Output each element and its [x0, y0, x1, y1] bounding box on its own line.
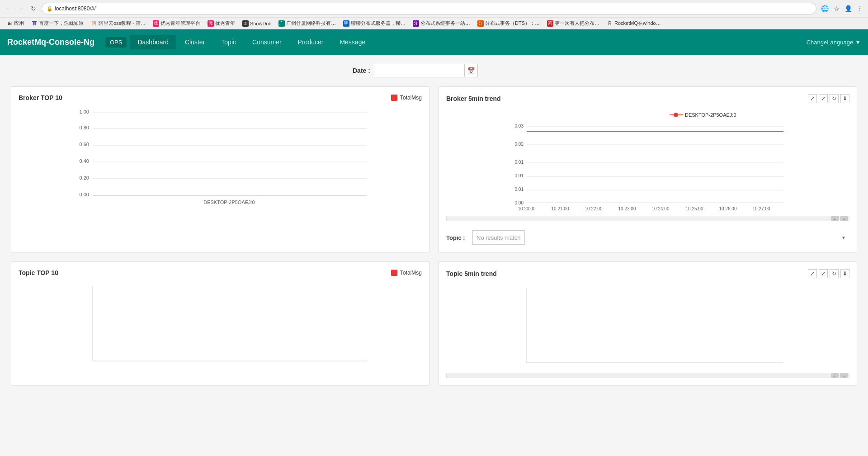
broker-top10-title: Broker TOP 10	[19, 94, 391, 101]
svg-text:10:21:00: 10:21:00	[552, 206, 569, 211]
svg-text:0.80: 0.80	[80, 125, 89, 130]
svg-text:0.60: 0.60	[80, 142, 89, 147]
nav-topic[interactable]: Topic	[214, 35, 243, 49]
scroll-left-btn[interactable]: ←	[831, 216, 839, 221]
bookmark-gz-label: 广州仕厦网络科技有…	[286, 20, 336, 27]
bookmark-showdoc-label: ShowDoc	[250, 21, 271, 26]
refresh-btn[interactable]: ↻	[830, 94, 839, 103]
expand-btn[interactable]: ⤢	[808, 94, 817, 103]
bookmark-rocketmq-label: RocketMQ在windo…	[614, 20, 661, 27]
topic-top10-chart	[19, 282, 422, 369]
bookmark-dts-label: 分布式事务（DTS）：…	[485, 20, 540, 27]
distributed-icon: 聊	[343, 20, 349, 27]
date-calendar-button[interactable]: 📅	[464, 64, 478, 77]
topic-top10-legend-color	[391, 270, 397, 276]
main-content: Date : 📅 Broker TOP 10 TotalMsg 1.00 0.8…	[0, 55, 868, 456]
url-bar[interactable]: 🔒 localhost:8080/#/	[42, 3, 816, 14]
translate-button[interactable]: 🌐	[820, 4, 829, 13]
charts-grid: Broker TOP 10 TotalMsg 1.00 0.80 0.60 0.…	[11, 86, 857, 386]
forward-button[interactable]: →	[16, 4, 25, 13]
svg-text:DESKTOP-2P5OAEJ:0: DESKTOP-2P5OAEJ:0	[685, 112, 736, 118]
date-input[interactable]	[374, 64, 464, 77]
svg-text:0.00: 0.00	[80, 192, 89, 197]
shrink-btn[interactable]: ⤢	[819, 94, 828, 103]
back-button[interactable]: ←	[4, 4, 13, 13]
scroll-right-btn[interactable]: →	[840, 216, 848, 221]
ops-label[interactable]: OPS	[105, 37, 127, 48]
rocketmq-icon: R	[607, 20, 613, 27]
nav-cluster[interactable]: Cluster	[178, 35, 212, 49]
bookmark-youth-label: 优秀青年管理平台	[160, 20, 200, 27]
apps-icon: ⊞	[6, 20, 13, 27]
broker-5min-trend-title: Broker 5min trend	[446, 95, 808, 102]
date-label: Date :	[353, 67, 370, 74]
browser-chrome: ← → ↻ 🔒 localhost:8080/#/ 🌐 ☆ 👤 ⋮ ⊞ 应用 百…	[0, 0, 868, 29]
bookmark-aliyun[interactable]: 阿 阿里云oss教程 - 筛…	[88, 19, 148, 28]
first-icon: 第	[547, 20, 553, 27]
broker-top10-legend-color	[391, 95, 397, 101]
broker-top10-legend: TotalMsg	[391, 95, 422, 101]
svg-text:1.00: 1.00	[80, 109, 89, 114]
menu-button[interactable]: ⋮	[855, 4, 864, 13]
nav-producer[interactable]: Producer	[291, 35, 331, 49]
svg-text:10:22:00: 10:22:00	[585, 206, 603, 211]
nav-dashboard[interactable]: Dashboard	[130, 35, 176, 49]
broker-5min-trend-panel: Broker 5min trend ⤢ ⤢ ↻ ⬇ DESKTOP-2P5OAE…	[439, 86, 857, 252]
svg-text:0.00: 0.00	[515, 200, 524, 205]
topic-top10-legend: TotalMsg	[391, 270, 422, 276]
app-brand: RocketMq-Console-Ng	[7, 38, 94, 47]
topic-select[interactable]: No results match	[472, 230, 525, 245]
topic-download-btn[interactable]: ⬇	[840, 269, 849, 278]
date-row: Date : 📅	[353, 64, 857, 77]
svg-text:10:23:00: 10:23:00	[618, 206, 636, 211]
nav-links: Dashboard Cluster Topic Consumer Produce…	[130, 35, 806, 49]
topic-expand-btn[interactable]: ⤢	[808, 269, 817, 278]
topic-refresh-btn[interactable]: ↻	[830, 269, 839, 278]
svg-text:0.01: 0.01	[515, 187, 524, 192]
topic-5min-trend-panel: Topic 5min trend ⤢ ⤢ ↻ ⬇ ← →	[439, 261, 857, 386]
topic-5min-trend-title: Topic 5min trend	[446, 270, 808, 277]
svg-text:0.01: 0.01	[515, 173, 524, 178]
bookmark-rocketmq[interactable]: R RocketMQ在windo…	[604, 19, 664, 28]
bookmark-showdoc[interactable]: S ShowDoc	[240, 19, 274, 28]
browser-actions: 🌐 ☆ 👤 ⋮	[820, 4, 864, 13]
svg-text:10:26:00: 10:26:00	[719, 206, 737, 211]
topic-top10-panel: Topic TOP 10 TotalMsg	[11, 261, 429, 386]
topic-scroll-right-btn[interactable]: →	[840, 373, 848, 378]
bookmark-apps[interactable]: ⊞ 应用	[4, 19, 27, 28]
reload-button[interactable]: ↻	[29, 4, 38, 13]
svg-text:10:20:00: 10:20:00	[518, 206, 536, 211]
dropdown-arrow-icon: ▼	[855, 39, 861, 46]
topic-5min-controls: ⤢ ⤢ ↻ ⬇	[808, 269, 849, 278]
bookmark-first[interactable]: 第 第一次有人把分布…	[544, 19, 602, 28]
bookmark-youth[interactable]: 优 优秀青年管理平台	[150, 19, 203, 28]
broker-scrollbar: ← →	[446, 216, 849, 221]
topic-top10-svg	[19, 282, 422, 368]
svg-text:0.40: 0.40	[80, 158, 89, 164]
aliyun-icon: 阿	[91, 20, 97, 27]
profile-button[interactable]: 👤	[844, 4, 853, 13]
dist-sys-icon: 分	[413, 20, 419, 27]
download-btn[interactable]: ⬇	[840, 94, 849, 103]
change-language[interactable]: ChangeLanguage ▼	[807, 39, 861, 46]
topic-scroll-left-btn[interactable]: ←	[831, 373, 839, 378]
bookmark-distributed[interactable]: 聊 聊聊分布式服务器，聊…	[340, 19, 408, 28]
browser-toolbar: ← → ↻ 🔒 localhost:8080/#/ 🌐 ☆ 👤 ⋮	[0, 0, 868, 17]
bookmark-dts[interactable]: 分 分布式事务（DTS）：…	[475, 19, 542, 28]
bookmark-button[interactable]: ☆	[832, 4, 841, 13]
bookmark-baidu[interactable]: 百 百度一下，你就知道	[28, 19, 86, 28]
svg-text:DESKTOP-2P5OAEJ:0: DESKTOP-2P5OAEJ:0	[203, 200, 255, 205]
broker-top10-chart: 1.00 0.80 0.60 0.40 0.20 0.00	[19, 107, 422, 208]
change-language-label: ChangeLanguage	[807, 39, 853, 46]
bookmark-dist-sys[interactable]: 分 分布式系统事务一站…	[410, 19, 473, 28]
nav-message[interactable]: Message	[332, 35, 373, 49]
topic-label: Topic :	[446, 234, 469, 241]
nav-consumer[interactable]: Consumer	[245, 35, 289, 49]
bookmark-dist-sys-label: 分布式系统事务一站…	[420, 20, 470, 27]
gz-icon: 广	[278, 20, 285, 27]
topic-top10-title: Topic TOP 10	[19, 269, 391, 276]
bookmark-gz[interactable]: 广 广州仕厦网络科技有…	[276, 19, 339, 28]
topic-shrink-btn[interactable]: ⤢	[819, 269, 828, 278]
bookmark-youth2[interactable]: 优 优秀青年	[205, 19, 238, 28]
svg-text:0.01: 0.01	[515, 160, 524, 165]
